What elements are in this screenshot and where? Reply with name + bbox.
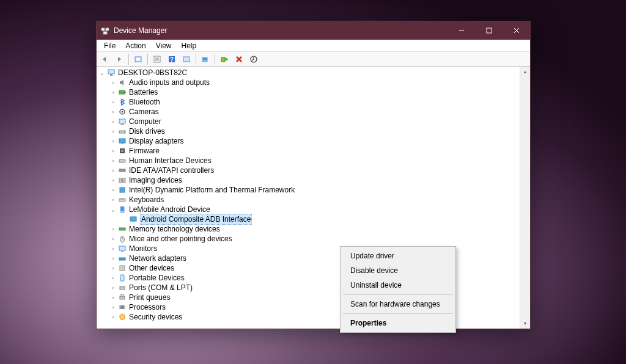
scroll-down-arrow[interactable]: ▾ [520,318,530,329]
tree-node[interactable]: ›Processors [97,302,520,312]
vertical-scrollbar[interactable]: ▴ ▾ [520,67,530,329]
tree-node[interactable]: ›Cameras [97,107,520,117]
back-button[interactable] [98,53,111,66]
svg-rect-27 [110,75,112,76]
expand-icon[interactable]: › [109,244,117,253]
tree-node[interactable]: ›Bluetooth [97,97,520,107]
tree-node-expanded[interactable]: ⌄LeMobile Android Device [97,205,520,214]
tree-node[interactable]: ›Ports (COM & LPT) [97,283,520,293]
expand-icon[interactable]: › [109,87,117,97]
toolbar: ? [97,52,530,67]
help-button[interactable]: ? [165,53,179,66]
forward-button[interactable] [112,53,126,66]
tree-node[interactable]: ›Human Interface Devices [97,156,520,166]
tree-node[interactable]: ›Intel(R) Dynamic Platform and Thermal F… [97,185,520,195]
expand-icon[interactable]: › [109,156,117,166]
expand-icon[interactable]: › [109,234,117,244]
scroll-up-arrow[interactable]: ▴ [520,67,530,77]
context-disable-device[interactable]: Disable device [342,263,454,278]
close-button[interactable] [503,21,530,40]
device-tree[interactable]: ⌄ DESKTOP-0BST82C ›Audio inputs and outp… [97,67,520,329]
svg-point-68 [120,288,122,289]
expand-icon[interactable]: › [109,175,117,185]
svg-rect-55 [119,228,125,230]
scan-button[interactable] [199,53,212,66]
svg-rect-28 [119,90,125,94]
show-hidden-button[interactable] [131,53,145,66]
expand-icon[interactable]: › [109,273,117,283]
minimize-button[interactable] [447,21,475,40]
tree-node[interactable]: ›Display adapters [97,136,520,146]
tree-node[interactable]: ›Security devices [97,312,520,322]
display-icon [117,136,127,146]
tree-node[interactable]: ›Disk drives [97,126,520,136]
expand-icon[interactable]: › [109,312,117,322]
tree-node[interactable]: ›?Other devices [97,263,520,273]
titlebar[interactable]: Device Manager [97,21,530,40]
svg-rect-54 [132,222,134,222]
expand-icon[interactable]: › [109,166,117,175]
expand-icon[interactable]: › [109,97,117,107]
expand-icon[interactable]: › [109,283,117,293]
tree-node[interactable]: ›Computer [97,117,520,126]
tree-node[interactable]: ›Print queues [97,293,520,302]
port-icon [117,283,127,293]
android-device-icon [117,205,127,214]
uninstall-button[interactable] [232,53,246,66]
expand-icon[interactable]: › [109,136,117,146]
menu-help[interactable]: Help [177,40,202,51]
expand-icon[interactable]: › [109,78,117,87]
tree-node[interactable]: ›Network adapters [97,253,520,263]
disk-icon [117,126,127,136]
tree-node[interactable]: ›Keyboards [97,195,520,205]
security-icon [117,312,127,322]
bluetooth-icon [117,97,127,107]
context-uninstall-device[interactable]: Uninstall device [342,278,454,293]
view-button[interactable] [180,53,193,66]
menu-file[interactable]: File [99,40,120,51]
svg-point-47 [121,180,123,182]
expand-icon[interactable]: › [109,146,117,156]
tree-node[interactable]: ›Audio inputs and outputs [97,78,520,87]
svg-rect-8 [487,28,492,33]
tree-leaf-selected[interactable]: Android Composite ADB Interface [97,214,520,224]
tree-root-node[interactable]: ⌄ DESKTOP-0BST82C [97,68,520,78]
collapse-icon[interactable]: ⌄ [98,68,106,78]
tree-node[interactable]: ›Portable Devices [97,273,520,283]
expand-icon[interactable]: › [109,195,117,205]
context-update-driver[interactable]: Update driver [342,249,454,263]
processor-icon [117,302,127,312]
keyboard-icon [117,195,127,205]
tree-node[interactable]: ›Monitors [97,244,520,253]
enable-button[interactable] [218,53,231,66]
tree-node[interactable]: ›Firmware [97,146,520,156]
tree-node[interactable]: ›IDE ATA/ATAPI controllers [97,166,520,175]
device-manager-window: Device Manager File Action View Help ? ⌄ [96,21,531,329]
expand-icon[interactable]: › [109,224,117,234]
properties-button[interactable] [150,53,164,66]
tree-node[interactable]: ›Batteries [97,87,520,97]
root-label: DESKTOP-0BST82C [118,68,187,78]
expand-icon[interactable]: › [109,117,117,126]
collapse-icon[interactable]: ⌄ [109,205,117,214]
maximize-button[interactable] [475,21,503,40]
context-properties[interactable]: Properties [342,316,454,330]
expand-icon[interactable]: › [109,293,117,302]
expand-icon[interactable]: › [109,185,117,195]
svg-rect-2 [103,32,107,34]
menu-action[interactable]: Action [120,40,150,51]
expand-icon[interactable]: › [109,126,117,136]
print-queue-icon [117,293,127,302]
expand-icon[interactable]: › [109,302,117,312]
expand-icon[interactable]: › [109,253,117,263]
svg-rect-70 [120,296,125,299]
context-scan-hardware[interactable]: Scan for hardware changes [342,297,454,311]
expand-icon[interactable]: › [109,107,117,117]
tree-node[interactable]: ›Mice and other pointing devices [97,234,520,244]
expand-icon[interactable]: › [109,263,117,273]
tree-node[interactable]: ›Memory technology devices [97,224,520,234]
update-button[interactable] [247,53,260,66]
menu-view[interactable]: View [151,40,177,51]
tree-node[interactable]: ›Imaging devices [97,175,520,185]
svg-text:?: ? [121,266,124,271]
